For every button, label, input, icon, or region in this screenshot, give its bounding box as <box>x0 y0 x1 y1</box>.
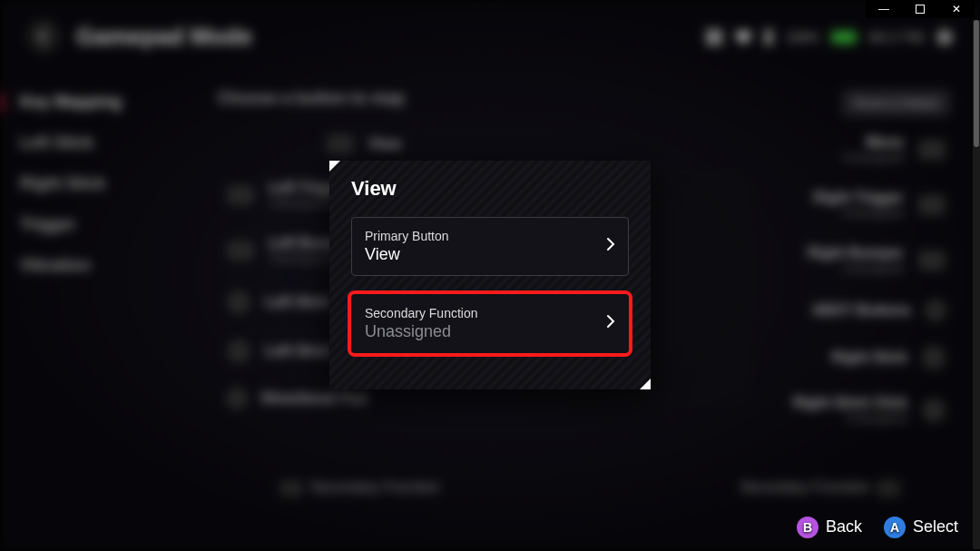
hint-select: ASelect <box>884 517 958 538</box>
button-hints: BBack ASelect <box>797 517 958 538</box>
chevron-right-icon <box>606 237 615 256</box>
secondary-function-label: Secondary Function <box>365 306 478 320</box>
window-controls: — ✕ <box>866 0 975 18</box>
primary-button-value: View <box>365 245 449 264</box>
primary-button-label: Primary Button <box>365 229 449 243</box>
window-maximize-button[interactable] <box>902 0 938 18</box>
b-button-icon: B <box>797 517 818 538</box>
window-minimize-button[interactable]: — <box>866 0 902 18</box>
a-button-icon: A <box>884 517 906 538</box>
dialog-title: View <box>351 177 629 201</box>
window-close-button[interactable]: ✕ <box>938 0 975 18</box>
chevron-right-icon <box>606 314 615 333</box>
view-button-dialog: View Primary Button View Secondary Funct… <box>329 161 651 389</box>
scrollbar-thumb[interactable] <box>974 20 979 147</box>
hint-back: BBack <box>797 517 862 538</box>
secondary-function-value: Unassigned <box>365 322 478 341</box>
primary-button-option[interactable]: Primary Button View <box>351 217 629 276</box>
hint-select-label: Select <box>913 517 958 536</box>
secondary-function-option[interactable]: Secondary Function Unassigned <box>351 294 629 353</box>
hint-back-label: Back <box>826 517 862 536</box>
vertical-scrollbar[interactable] <box>973 20 980 549</box>
